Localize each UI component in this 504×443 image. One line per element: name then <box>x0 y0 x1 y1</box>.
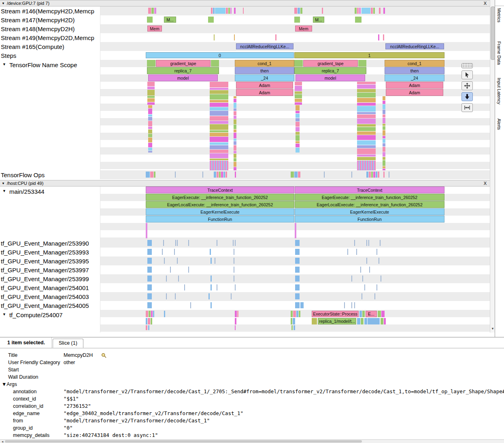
trace-slice[interactable] <box>147 87 155 89</box>
row-track[interactable] <box>100 274 490 283</box>
trace-slice[interactable] <box>357 93 376 98</box>
trace-slice[interactable] <box>299 311 300 317</box>
trace-slice[interactable] <box>295 249 300 255</box>
row-track[interactable]: M...M... <box>100 15 490 24</box>
trace-slice[interactable] <box>210 116 228 121</box>
trace-slice[interactable] <box>383 143 385 146</box>
trace-slice[interactable] <box>235 325 236 330</box>
row-track[interactable] <box>100 33 490 42</box>
trace-slice[interactable] <box>295 99 302 102</box>
trace-slice[interactable] <box>296 144 300 147</box>
trace-slice[interactable] <box>164 311 165 317</box>
trace-slice[interactable] <box>378 311 381 317</box>
trace-slice[interactable] <box>376 172 377 178</box>
trace-slice[interactable] <box>210 88 228 90</box>
trace-slice[interactable] <box>210 159 228 160</box>
trace-slice[interactable] <box>146 172 150 178</box>
trace-slice[interactable] <box>148 148 152 150</box>
trace-slice[interactable] <box>148 318 150 324</box>
trace-slice[interactable] <box>147 82 155 86</box>
trace-slice[interactable] <box>151 311 153 317</box>
trace-slice[interactable] <box>234 34 235 40</box>
row-track[interactable]: TraceContextTraceContextEagerExecute: __… <box>100 187 490 239</box>
row-track[interactable] <box>100 6 490 15</box>
trace-slice[interactable] <box>148 105 152 108</box>
trace-slice[interactable] <box>234 103 236 108</box>
trace-slice[interactable] <box>210 94 228 100</box>
trace-slice[interactable] <box>235 172 236 178</box>
trace-slice[interactable] <box>235 311 237 317</box>
search-icon[interactable] <box>101 353 106 358</box>
trace-slice[interactable] <box>148 127 152 129</box>
trace-slice[interactable] <box>146 311 148 317</box>
trace-slice[interactable] <box>295 223 296 238</box>
row-track[interactable] <box>100 301 490 310</box>
trace-slice[interactable] <box>357 145 376 148</box>
trace-slice[interactable] <box>296 111 300 113</box>
trace-slice[interactable]: M... <box>164 17 176 23</box>
trace-slice[interactable] <box>275 34 276 40</box>
trace-slice[interactable] <box>379 258 379 264</box>
close-button[interactable]: X <box>484 181 487 186</box>
trace-slice[interactable] <box>368 318 380 324</box>
trace-slice[interactable] <box>383 104 385 109</box>
trace-slice[interactable] <box>295 258 300 264</box>
trace-slice[interactable] <box>233 240 234 246</box>
trace-slice[interactable] <box>175 240 176 246</box>
trace-slice[interactable] <box>210 124 228 130</box>
trace-slice[interactable] <box>166 276 167 282</box>
trace-slice[interactable] <box>210 137 228 142</box>
trace-slice[interactable] <box>381 311 385 317</box>
trace-slice[interactable] <box>294 172 298 178</box>
trace-slice[interactable] <box>291 172 294 178</box>
trace-slice[interactable] <box>148 134 152 137</box>
collapse-arrow-icon[interactable]: ▼ <box>2 189 6 193</box>
trace-slice[interactable] <box>210 161 228 170</box>
trace-slice[interactable] <box>296 132 300 135</box>
trace-slice[interactable]: _24 <box>235 74 294 81</box>
trace-slice[interactable] <box>295 302 300 308</box>
row-label[interactable]: ▼main/253344 <box>0 187 100 239</box>
trace-slice[interactable] <box>210 142 228 145</box>
trace-slice[interactable] <box>235 240 236 246</box>
trace-slice[interactable] <box>210 130 228 132</box>
right-tab-alerts[interactable]: Alerts <box>497 119 502 130</box>
trace-slice[interactable] <box>147 258 152 264</box>
trace-slice[interactable] <box>344 302 345 308</box>
row-track[interactable] <box>100 239 490 248</box>
trace-slice[interactable] <box>148 114 152 117</box>
trace-slice[interactable]: M... <box>313 17 324 23</box>
row-track[interactable] <box>100 265 490 274</box>
trace-slice[interactable] <box>357 148 376 154</box>
row-track[interactable]: MemMem <box>100 24 490 33</box>
trace-slice[interactable] <box>147 267 152 273</box>
trace-slice[interactable] <box>351 276 352 282</box>
trace-slice[interactable]: cond_1 <box>385 60 444 67</box>
trace-slice[interactable] <box>298 172 300 178</box>
trace-slice[interactable] <box>371 172 373 178</box>
row-track[interactable] <box>100 170 490 179</box>
trace-slice[interactable] <box>296 122 300 127</box>
trace-slice[interactable] <box>383 172 385 178</box>
trace-slice[interactable]: replica_7 <box>294 67 366 74</box>
trace-slice[interactable]: model <box>148 74 218 81</box>
trace-slice[interactable] <box>210 145 228 149</box>
row-track[interactable]: 01 <box>100 51 490 60</box>
trace-slice[interactable] <box>300 8 302 14</box>
collapse-arrow-icon[interactable]: ▼ <box>2 2 5 5</box>
trace-slice[interactable] <box>234 158 236 161</box>
trace-slice[interactable] <box>163 240 164 246</box>
trace-slice[interactable] <box>351 302 352 308</box>
trace-slice[interactable] <box>170 267 171 273</box>
trace-slice[interactable]: 1 <box>294 52 444 58</box>
trace-slice[interactable] <box>210 249 211 255</box>
trace-slice[interactable] <box>175 293 176 299</box>
trace-slice[interactable] <box>357 119 376 124</box>
trace-slice[interactable] <box>146 325 147 330</box>
trace-slice[interactable] <box>383 147 385 152</box>
trace-slice[interactable] <box>211 60 219 67</box>
trace-slice[interactable]: 0 <box>146 52 294 58</box>
trace-slice[interactable] <box>351 172 352 178</box>
trace-slice[interactable] <box>357 82 376 84</box>
trace-slice[interactable] <box>357 131 376 135</box>
